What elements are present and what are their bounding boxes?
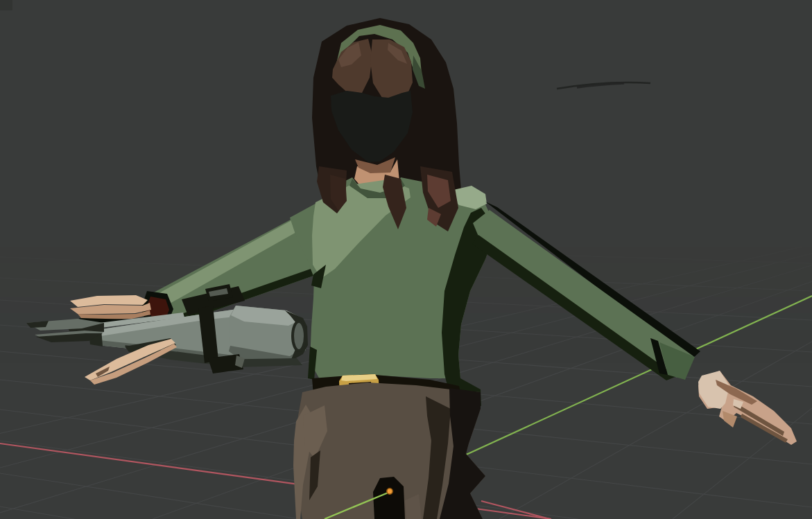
pants: [293, 382, 485, 519]
3d-viewport[interactable]: [0, 0, 812, 519]
viewport-canvas[interactable]: [0, 0, 812, 519]
corner-shade: [0, 0, 12, 10]
crotch-shadow: [373, 477, 405, 519]
end-cap-face: [293, 322, 305, 351]
origin-point-indicator: [387, 489, 392, 494]
